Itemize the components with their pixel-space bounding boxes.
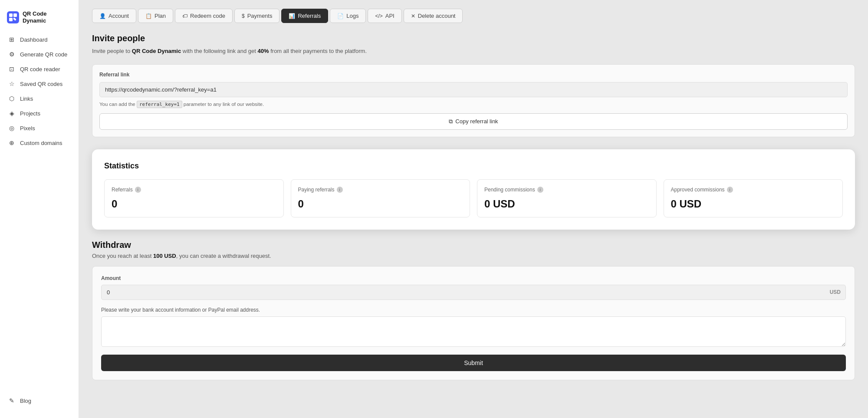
sidebar-label-projects: Projects	[20, 110, 40, 117]
sidebar-item-projects[interactable]: ◈ Projects	[3, 106, 75, 120]
sidebar-label-blog: Blog	[20, 398, 31, 404]
plan-tab-icon: 📋	[145, 13, 152, 19]
stat-referrals: Referrals i 0	[104, 179, 284, 217]
invite-title: Invite people	[92, 33, 855, 43]
saved-icon: ☆	[8, 80, 16, 87]
stat-approved-value: 0 USD	[671, 198, 836, 210]
amount-input[interactable]	[101, 285, 846, 300]
submit-button[interactable]: Submit	[101, 355, 846, 371]
tab-plan[interactable]: 📋 Plan	[138, 9, 173, 23]
stat-pending-value: 0 USD	[484, 198, 649, 210]
withdraw-desc-prefix: Once you reach at least	[92, 253, 153, 259]
referral-box: Referral link You can add the referral_k…	[92, 64, 855, 137]
stat-paying-referrals: Paying referrals i 0	[291, 179, 470, 217]
sidebar-label-domains: Custom domains	[20, 140, 62, 146]
delete-tab-icon: ✕	[411, 13, 415, 19]
generate-icon: ⚙	[8, 51, 16, 58]
copy-referral-button[interactable]: ⧉ Copy referral link	[99, 113, 848, 130]
tab-plan-label: Plan	[155, 13, 166, 19]
stat-approved-label: Approved commissions i	[671, 187, 836, 193]
referrals-info-icon[interactable]: i	[135, 187, 141, 193]
sidebar-label-pixels: Pixels	[20, 125, 35, 132]
paying-info-icon[interactable]: i	[337, 187, 343, 193]
pending-info-icon[interactable]: i	[537, 187, 543, 193]
svg-rect-2	[13, 13, 17, 17]
invite-desc-prefix: Invite people to	[92, 48, 132, 54]
projects-icon: ◈	[8, 110, 16, 117]
invite-description: Invite people to QR Code Dynamic with th…	[92, 47, 855, 56]
withdraw-section: Withdraw Once you reach at least 100 USD…	[92, 240, 855, 380]
bank-info-textarea[interactable]	[101, 316, 846, 347]
tab-payments[interactable]: $ Payments	[234, 9, 280, 23]
invite-brand: QR Code Dynamic	[132, 48, 181, 54]
redeem-tab-icon: 🏷	[182, 13, 187, 19]
amount-input-wrap: USD	[101, 285, 846, 300]
blog-icon: ✎	[8, 397, 16, 404]
hint-prefix: You can add the	[99, 102, 137, 107]
stat-pending-label: Pending commissions i	[484, 187, 649, 193]
api-tab-icon: </>	[375, 13, 382, 19]
sidebar-item-blog[interactable]: ✎ Blog	[3, 394, 75, 408]
sidebar-item-pixels[interactable]: ◎ Pixels	[3, 121, 75, 135]
withdraw-title: Withdraw	[92, 240, 855, 250]
sidebar-label-saved: Saved QR codes	[20, 81, 62, 87]
stat-paying-value: 0	[298, 198, 463, 210]
copy-icon: ⧉	[449, 118, 453, 125]
tab-referrals[interactable]: 📊 Referrals	[281, 9, 328, 23]
tab-api[interactable]: </> API	[368, 9, 401, 23]
sidebar-item-links[interactable]: ⬡ Links	[3, 92, 75, 105]
hint-param: referral_key=1	[137, 101, 182, 108]
sidebar-label-reader: QR code reader	[20, 66, 60, 72]
tab-bar: 👤 Account 📋 Plan 🏷 Redeem code $ Payment…	[92, 9, 855, 23]
sidebar-label-dashboard: Dashboard	[20, 36, 48, 43]
hint-suffix: parameter to any link of our website.	[182, 102, 264, 107]
referral-url-input[interactable]	[99, 82, 848, 97]
payments-tab-icon: $	[242, 13, 245, 19]
stat-approved-text: Approved commissions	[671, 187, 725, 193]
withdraw-description: Once you reach at least 100 USD, you can…	[92, 253, 855, 259]
invite-section: Invite people Invite people to QR Code D…	[92, 33, 855, 137]
referral-hint: You can add the referral_key=1 parameter…	[99, 102, 848, 107]
svg-rect-1	[9, 13, 13, 17]
copy-button-label: Copy referral link	[455, 118, 498, 125]
tab-logs-label: Logs	[346, 13, 358, 19]
tab-referrals-label: Referrals	[298, 13, 321, 19]
tab-logs[interactable]: 📄 Logs	[330, 9, 366, 23]
statistics-card: Statistics Referrals i 0 Paying referral…	[92, 149, 855, 230]
referral-link-label: Referral link	[99, 72, 848, 78]
sidebar-item-qr-reader[interactable]: ⊡ QR code reader	[3, 62, 75, 76]
stat-paying-label: Paying referrals i	[298, 187, 463, 193]
sidebar-nav: ⊞ Dashboard ⚙ Generate QR code ⊡ QR code…	[0, 33, 79, 390]
sidebar-item-generate-qr[interactable]: ⚙ Generate QR code	[3, 47, 75, 61]
app-logo: QR Code Dynamic	[0, 7, 79, 33]
referral-input-wrap	[99, 82, 848, 97]
invite-percentage: 40%	[258, 48, 269, 54]
sidebar-item-dashboard[interactable]: ⊞ Dashboard	[3, 33, 75, 46]
tab-redeem-code[interactable]: 🏷 Redeem code	[175, 9, 233, 23]
sidebar-item-custom-domains[interactable]: ⊕ Custom domains	[3, 136, 75, 150]
invite-desc-suffix: with the following link and get	[181, 48, 257, 54]
tab-api-label: API	[385, 13, 395, 19]
sidebar-label-links: Links	[20, 95, 33, 102]
sidebar: QR Code Dynamic ⊞ Dashboard ⚙ Generate Q…	[0, 0, 79, 418]
stat-referrals-value: 0	[112, 198, 276, 210]
approved-info-icon[interactable]: i	[727, 187, 733, 193]
tab-delete-account[interactable]: ✕ Delete account	[404, 9, 463, 23]
pixels-icon: ◎	[8, 125, 16, 132]
submit-label: Submit	[464, 359, 483, 366]
sidebar-item-saved-qr[interactable]: ☆ Saved QR codes	[3, 77, 75, 91]
domains-icon: ⊕	[8, 139, 16, 146]
svg-rect-0	[7, 11, 19, 23]
stat-referrals-label: Referrals i	[112, 187, 276, 193]
tab-account[interactable]: 👤 Account	[92, 9, 136, 23]
amount-suffix: USD	[830, 289, 841, 295]
referrals-tab-icon: 📊	[289, 13, 295, 19]
account-tab-icon: 👤	[99, 13, 106, 19]
withdraw-threshold: 100 USD	[153, 253, 176, 259]
tab-delete-label: Delete account	[418, 13, 456, 19]
amount-label: Amount	[101, 275, 846, 281]
links-icon: ⬡	[8, 95, 16, 102]
invite-desc-end: from all their payments to the platform.	[269, 48, 367, 54]
stat-pending-text: Pending commissions	[484, 187, 535, 193]
stat-pending: Pending commissions i 0 USD	[477, 179, 657, 217]
